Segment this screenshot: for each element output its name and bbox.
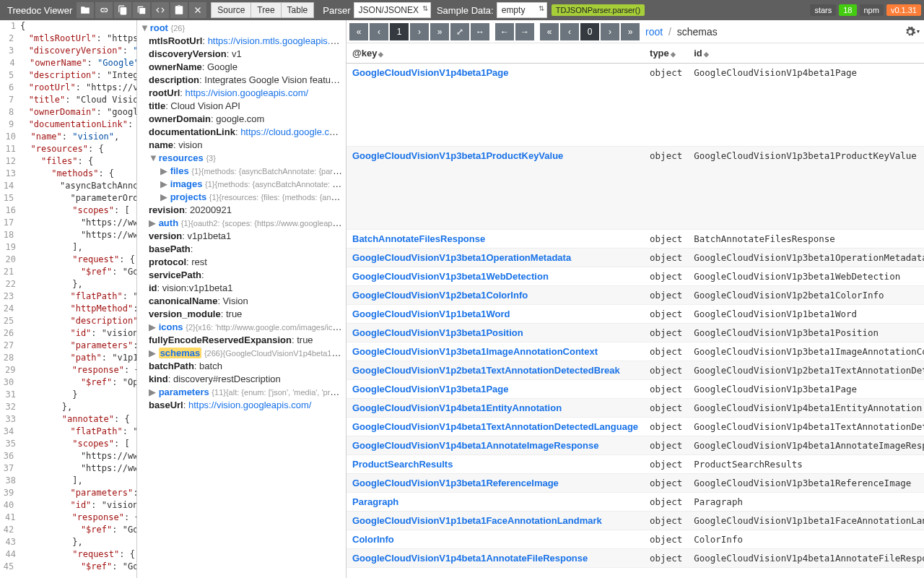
row-key-link[interactable]: GoogleCloudVisionV1p4beta1TextAnnotation…	[352, 421, 638, 432]
depth-current-button[interactable]: 0	[580, 23, 599, 40]
tree-item-parameters[interactable]: ▶ parameters {11}{alt: {enum: ['json', '…	[140, 386, 343, 399]
row-key-link[interactable]: GoogleCloudVisionV1p4beta1AnnotateFileRe…	[352, 553, 588, 564]
page-last-button[interactable]: »	[430, 23, 449, 40]
table-row[interactable]: GoogleCloudVisionV1p3beta1WebDetectionob…	[346, 267, 924, 286]
table-row[interactable]: GoogleCloudVisionV1p3beta1PageobjectGoog…	[346, 380, 924, 399]
row-key-link[interactable]: GoogleCloudVisionV1p2beta1ColorInfo	[352, 290, 528, 301]
parser-select[interactable]: JSON/JSONEX	[354, 2, 431, 18]
row-key-link[interactable]: GoogleCloudVisionV1p1beta1Word	[352, 309, 510, 319]
table-row[interactable]: GoogleCloudVisionV1p3beta1ImageAnnotatio…	[346, 342, 924, 361]
nav-back-button[interactable]: ←	[495, 23, 514, 40]
col-type[interactable]: type◆	[644, 43, 688, 64]
page-first-button[interactable]: «	[349, 23, 368, 40]
row-key-link[interactable]: ColorInfo	[352, 534, 394, 545]
table-row[interactable]: GoogleCloudVisionV1p4beta1TextAnnotation…	[346, 418, 924, 436]
tree-item-auth[interactable]: ▶ auth {1}{oauth2: {scopes: {https://www…	[140, 217, 343, 230]
table-row[interactable]: GoogleCloudVisionV1p2beta1TextAnnotation…	[346, 361, 924, 380]
table-row[interactable]: ParagraphobjectParagraph	[346, 493, 924, 512]
collapse-button[interactable]: ↔	[471, 23, 489, 40]
col-id[interactable]: id◆	[688, 43, 924, 64]
row-key-link[interactable]: GoogleCloudVisionV1p3beta1ReferenceImage	[352, 478, 559, 488]
tree-item-name[interactable]: name: vision	[140, 139, 343, 152]
table-row[interactable]: GoogleCloudVisionV1p1beta1FaceAnnotation…	[346, 512, 924, 530]
tree-item-basePath[interactable]: basePath:	[140, 243, 343, 256]
tree-item-batchPath[interactable]: batchPath: batch	[140, 360, 343, 373]
depth-first-button[interactable]: «	[540, 23, 559, 40]
breadcrumb-root[interactable]: root	[645, 26, 663, 38]
expand-button[interactable]: ⤢	[450, 23, 469, 40]
tree-pane[interactable]: ▼ root {26} mtlsRootUrl: https://vision.…	[137, 20, 346, 578]
page-prev-button[interactable]: ‹	[370, 23, 388, 40]
tree-item-baseUrl[interactable]: baseUrl: https://vision.googleapis.com/	[140, 399, 343, 412]
tree-item-icons[interactable]: ▶ icons {2}{x16: 'http://www.google.com/…	[140, 321, 343, 334]
tree-item-protocol[interactable]: protocol: rest	[140, 256, 343, 269]
tree-item-kind[interactable]: kind: discovery#restDescription	[140, 373, 343, 386]
tree-item-id[interactable]: id: vision:v1p1beta1	[140, 282, 343, 295]
tree-item-ownerName[interactable]: ownerName: Google	[140, 61, 343, 74]
row-key-link[interactable]: GoogleCloudVisionV1p3beta1ImageAnnotatio…	[352, 346, 598, 357]
tree-item-revision[interactable]: revision: 20200921	[140, 204, 343, 217]
table-row[interactable]: GoogleCloudVisionV1p4beta1EntityAnnotati…	[346, 399, 924, 418]
tree-item-files[interactable]: ▶ files {1}{methods: {asyncBatchAnnotate…	[140, 165, 343, 178]
row-key-link[interactable]: GoogleCloudVisionV1p4beta1EntityAnnotati…	[352, 402, 562, 413]
row-key-link[interactable]: GoogleCloudVisionV1p3beta1Page	[352, 384, 508, 394]
tree-item-resources[interactable]: ▼ resources {3}	[140, 152, 343, 165]
table-row[interactable]: ProductSearchResultsobjectProductSearchR…	[346, 455, 924, 474]
table-row[interactable]: GoogleCloudVisionV1p4beta1AnnotateImageR…	[346, 436, 924, 455]
tree-item-fullyEncodeReservedExpansion[interactable]: fullyEncodeReservedExpansion: true	[140, 334, 343, 347]
settings-gear-icon[interactable]: ▼	[904, 23, 921, 40]
row-key-link[interactable]: GoogleCloudVisionV1p4beta1AnnotateImageR…	[352, 440, 598, 451]
row-key-link[interactable]: Paragraph	[352, 496, 398, 507]
clear-button[interactable]	[189, 2, 206, 18]
nav-forward-button[interactable]: →	[515, 23, 534, 40]
mode-tree-button[interactable]: Tree	[251, 2, 281, 18]
col-key[interactable]: @key◆	[346, 43, 644, 64]
page-current-button[interactable]: 1	[390, 23, 409, 40]
tree-item-servicePath[interactable]: servicePath:	[140, 269, 343, 282]
row-key-link[interactable]: GoogleCloudVisionV1p3beta1OperationMetad…	[352, 252, 571, 263]
tree-item-title[interactable]: title: Cloud Vision API	[140, 100, 343, 113]
row-key-link[interactable]: GoogleCloudVisionV1p3beta1WebDetection	[352, 271, 549, 282]
link-button[interactable]	[95, 2, 113, 18]
row-key-link[interactable]: GoogleCloudVisionV1p3beta1ProductKeyValu…	[352, 150, 563, 161]
mode-table-button[interactable]: Table	[282, 2, 315, 18]
tree-item-canonicalName[interactable]: canonicalName: Vision	[140, 295, 343, 308]
tree-item-documentationLink[interactable]: documentationLink: https://cloud.google.…	[140, 126, 343, 139]
tree-item-images[interactable]: ▶ images {1}{methods: {asyncBatchAnnotat…	[140, 178, 343, 191]
open-folder-button[interactable]	[77, 2, 94, 18]
tree-item-version_module[interactable]: version_module: true	[140, 308, 343, 321]
tree-item-mtlsRootUrl[interactable]: mtlsRootUrl: https://vision.mtls.googlea…	[140, 35, 343, 48]
page-next-button[interactable]: ›	[410, 23, 429, 40]
paste-button[interactable]	[170, 2, 188, 18]
row-key-link[interactable]: BatchAnnotateFilesResponse	[352, 233, 485, 244]
code-button[interactable]	[152, 2, 169, 18]
table-row[interactable]: GoogleCloudVisionV1p3beta1OperationMetad…	[346, 249, 924, 267]
sample-select[interactable]: empty	[497, 2, 547, 18]
table-row[interactable]: BatchAnnotateFilesResponseobjectBatchAnn…	[346, 230, 924, 249]
row-key-link[interactable]: GoogleCloudVisionV1p3beta1Position	[352, 327, 523, 338]
source-pane[interactable]: 1{2 "mtlsRootUrl": "https://3 "discovery…	[0, 20, 137, 578]
tree-item-projects[interactable]: ▶ projects {1}{resources: {files: {metho…	[140, 191, 343, 204]
row-key-link[interactable]: GoogleCloudVisionV1p1beta1FaceAnnotation…	[352, 515, 602, 526]
tree-item-rootUrl[interactable]: rootUrl: https://vision.googleapis.com/	[140, 87, 343, 100]
table-row[interactable]: ColorInfoobjectColorInfo	[346, 530, 924, 549]
tree-item-ownerDomain[interactable]: ownerDomain: google.com	[140, 113, 343, 126]
tree-item-description[interactable]: description: Integrates Google Vision fe…	[140, 74, 343, 87]
table-row[interactable]: GoogleCloudVisionV1p3beta1Positionobject…	[346, 324, 924, 342]
row-key-link[interactable]: GoogleCloudVisionV1p4beta1Page	[352, 67, 508, 78]
tree-item-schemas[interactable]: ▶ schemas {266}{GoogleCloudVisionV1p4bet…	[140, 347, 343, 360]
table-row[interactable]: GoogleCloudVisionV1p1beta1WordobjectGoog…	[346, 305, 924, 324]
row-key-link[interactable]: GoogleCloudVisionV1p2beta1TextAnnotation…	[352, 365, 620, 376]
clipboard-button[interactable]	[114, 2, 131, 18]
depth-next-button[interactable]: ›	[601, 23, 619, 40]
mode-source-button[interactable]: Source	[211, 2, 251, 18]
table-row[interactable]: GoogleCloudVisionV1p4beta1PageobjectGoog…	[346, 64, 924, 147]
table-row[interactable]: GoogleCloudVisionV1p3beta1ReferenceImage…	[346, 474, 924, 493]
table-row[interactable]: GoogleCloudVisionV1p4beta1AnnotateFileRe…	[346, 549, 924, 568]
tree-item-version[interactable]: version: v1p1beta1	[140, 230, 343, 243]
depth-prev-button[interactable]: ‹	[560, 23, 579, 40]
copy-button[interactable]	[133, 2, 150, 18]
table-row[interactable]: GoogleCloudVisionV1p2beta1ColorInfoobjec…	[346, 286, 924, 305]
tree-root[interactable]: ▼ root {26}	[140, 22, 343, 35]
table-row[interactable]: GoogleCloudVisionV1p3beta1ProductKeyValu…	[346, 147, 924, 230]
